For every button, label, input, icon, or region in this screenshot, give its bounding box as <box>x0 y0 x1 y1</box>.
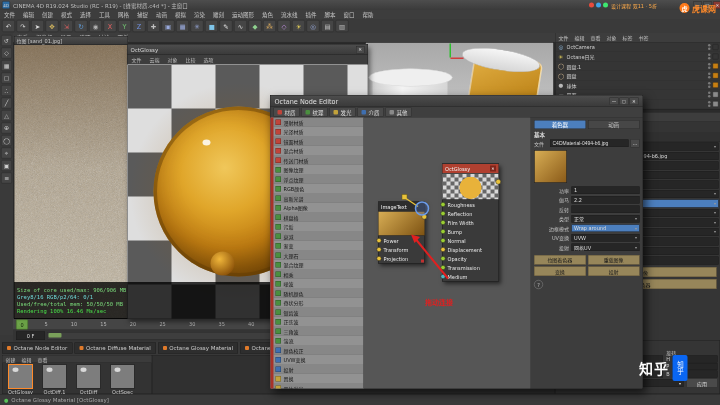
promo-banner-text[interactable]: 设计课程 双11 · 5折 <box>611 1 657 9</box>
shelf-button[interactable]: Octane Glossy Material <box>158 343 238 354</box>
material-thumbnail[interactable]: OctSpec <box>107 364 139 395</box>
node-type-item[interactable]: 传送门材质 <box>274 156 364 166</box>
toolbar-icon[interactable]: ◇ <box>278 20 291 32</box>
node-type-item[interactable]: 混合纹理 <box>274 260 364 270</box>
node-type-item[interactable]: 置换 <box>274 374 364 384</box>
object-name[interactable]: 圆盘 <box>567 72 707 80</box>
inspector-action-button[interactable]: 变换 <box>534 267 586 277</box>
toolbar-icon[interactable]: ↻ <box>75 20 88 32</box>
node-editor-close-button[interactable]: ✕ <box>630 97 639 105</box>
live-viewer-titlebar[interactable]: OctGlossy ✕ <box>128 45 368 56</box>
node-type-item[interactable]: UVW变换 <box>274 355 364 365</box>
node-editor-titlebar[interactable]: Octane Node Editor — ▢ ✕ <box>271 96 643 108</box>
menubar-item[interactable]: 工具 <box>95 11 114 19</box>
node-graph-canvas[interactable]: ImageText PowerTransformProjection OctGl… <box>364 118 531 389</box>
inspector-action-button[interactable]: 重载图像 <box>588 255 640 265</box>
file-path-input[interactable] <box>550 139 629 147</box>
node-type-item[interactable]: 随机颜色 <box>274 289 364 299</box>
menubar-item[interactable]: 渲染 <box>190 11 209 19</box>
menubar-item[interactable]: 选择 <box>76 11 95 19</box>
live-viewer-menu-item[interactable]: 云端 <box>146 56 164 64</box>
timeline-slider-thumb[interactable] <box>49 333 62 338</box>
toolbar-icon[interactable]: ⁂ <box>263 20 276 32</box>
material-thumbnail[interactable]: OctGlossy <box>5 364 37 395</box>
object-manager-menu-item[interactable]: 编辑 <box>572 34 588 42</box>
toolbar-icon[interactable]: X <box>104 20 117 32</box>
left-toolbar-icon[interactable]: ⌖ <box>1 148 12 159</box>
object-row[interactable]: ☀ Octane日光 <box>556 52 720 62</box>
help-icon[interactable]: ? <box>534 280 543 289</box>
node-type-item[interactable]: 图像纹理 <box>274 165 364 175</box>
menubar-item[interactable]: 运动图形 <box>228 11 258 19</box>
menubar-item[interactable]: 网格 <box>114 11 133 19</box>
node-type-item[interactable]: 噪波 <box>274 279 364 289</box>
node-type-item[interactable]: 衰减 <box>274 232 364 242</box>
texture-thumbnail[interactable] <box>534 150 567 183</box>
node-type-item[interactable]: 相乘 <box>274 270 364 280</box>
object-manager-menu-item[interactable]: 对象 <box>604 34 620 42</box>
visibility-dots[interactable] <box>708 44 711 50</box>
object-manager-menu-item[interactable]: 文件 <box>556 34 572 42</box>
browse-file-button[interactable]: … <box>631 139 640 148</box>
menubar-item[interactable]: 编辑 <box>19 11 38 19</box>
menubar-item[interactable]: 捕捉 <box>133 11 152 19</box>
object-name[interactable]: Octane日光 <box>567 53 707 61</box>
object-name[interactable]: 圆盘.1 <box>567 62 707 70</box>
menubar-item[interactable]: 插件 <box>302 11 321 19</box>
inspector-row-value[interactable]: 2.2 <box>572 196 640 204</box>
apply-button[interactable]: 应用 <box>687 379 718 388</box>
visibility-dots[interactable] <box>708 92 711 98</box>
left-toolbar-icon[interactable]: ◇ <box>1 48 12 59</box>
toolbar-icon[interactable]: ↷ <box>17 20 30 32</box>
menubar-item[interactable]: 角色 <box>258 11 277 19</box>
toolbar-icon[interactable]: ◎ <box>307 20 320 32</box>
toolbar-icon[interactable]: ▣ <box>162 20 175 32</box>
left-toolbar-icon[interactable]: ⊕ <box>1 123 12 134</box>
toolbar-icon[interactable]: ✳ <box>191 20 204 32</box>
left-toolbar-icon[interactable]: ◯ <box>1 135 12 146</box>
material-thumbnail[interactable]: OctDiff.1 <box>39 364 71 395</box>
menubar-item[interactable]: 模拟 <box>171 11 190 19</box>
notification-icon-blue[interactable] <box>596 3 601 8</box>
toolbar-icon[interactable]: ✥ <box>46 20 59 32</box>
menubar-item[interactable]: 雕刻 <box>209 11 228 19</box>
shelf-button[interactable]: Octane Diffuse Material <box>74 343 155 354</box>
live-viewer-menu-item[interactable]: 选项 <box>200 56 218 64</box>
shelf-button[interactable]: Octane Node Editor <box>2 343 72 354</box>
node-type-item[interactable]: Alpha图像 <box>274 203 364 213</box>
axis-gizmo-y[interactable] <box>450 44 452 58</box>
menubar-item[interactable]: 创建 <box>38 11 57 19</box>
node-type-item[interactable]: 投射 <box>274 365 364 375</box>
object-row[interactable]: ● 球体 <box>556 81 720 91</box>
node-type-item[interactable]: 混合材质 <box>274 146 364 156</box>
node-type-item[interactable]: 正弦波 <box>274 317 364 327</box>
menubar-item[interactable]: 帮助 <box>359 11 378 19</box>
node-type-item[interactable]: 镜面材质 <box>274 137 364 147</box>
menubar-item[interactable]: 文件 <box>0 11 19 19</box>
visibility-dots[interactable] <box>708 73 711 79</box>
toolbar-icon[interactable]: ↶ <box>2 20 15 32</box>
node-category-button[interactable]: 介质 <box>358 108 384 117</box>
toolbar-icon[interactable]: ☀ <box>292 20 305 32</box>
visibility-dots[interactable] <box>708 63 711 69</box>
toolbar-icon[interactable]: ▤ <box>321 20 334 32</box>
axis-gizmo-x[interactable] <box>451 58 464 60</box>
texture-preview-window[interactable]: 位图 [sand_01.jpg] <box>14 36 128 319</box>
object-row[interactable]: ◯ 圆盘.1 <box>556 62 720 72</box>
menubar-item[interactable]: 脚本 <box>321 11 340 19</box>
object-manager-menu-item[interactable]: 标签 <box>620 34 636 42</box>
inspector-tab[interactable]: 着色器 <box>534 120 586 129</box>
node-type-item[interactable]: 大理石 <box>274 251 364 261</box>
object-row[interactable]: ◯ 圆盘 <box>556 71 720 81</box>
material-menu-item[interactable]: 创建 <box>3 355 19 363</box>
toolbar-icon[interactable]: Z <box>133 20 146 32</box>
visibility-dots[interactable] <box>708 54 711 60</box>
toolbar-icon[interactable]: Y <box>118 20 131 32</box>
texture-window-titlebar[interactable]: 位图 [sand_01.jpg] <box>15 37 128 46</box>
node-type-item[interactable]: 高斯光谱 <box>274 194 364 204</box>
inspector-row-value[interactable]: 网格UV ▾ <box>572 244 640 252</box>
node-category-button[interactable]: 纹理 <box>302 108 328 117</box>
live-viewer-menu-item[interactable]: 文件 <box>128 56 146 64</box>
node-type-item[interactable]: 颜色校正 <box>274 346 364 356</box>
menubar-item[interactable]: 模式 <box>57 11 76 19</box>
